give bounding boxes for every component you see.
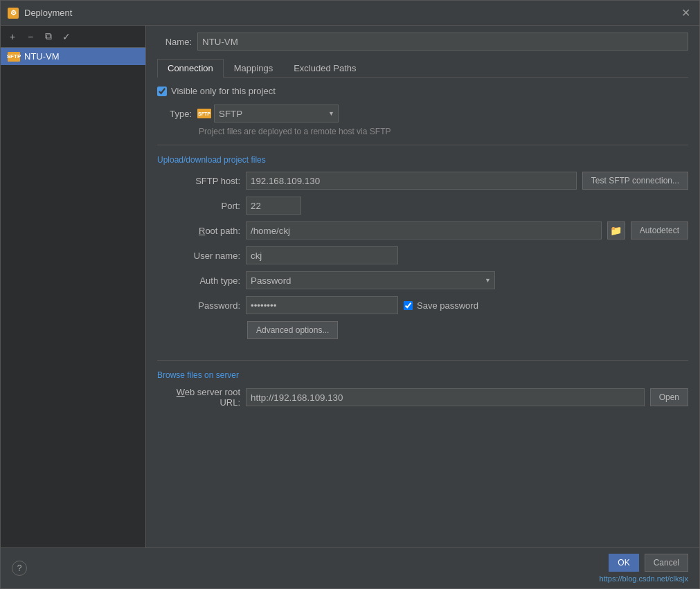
open-button[interactable]: Open (650, 388, 688, 406)
add-button[interactable]: + (5, 29, 20, 44)
sidebar: + − ⧉ ✓ SFTP NTU-VM (1, 26, 146, 547)
auth-type-select-wrapper: Password Key pair OpenSSH config and aut… (246, 271, 495, 289)
footer-left: ? (12, 561, 27, 576)
ok-button[interactable]: OK (609, 554, 638, 572)
type-row: Type: SFTP SFTP (157, 105, 688, 123)
save-password-label: Save password (417, 300, 478, 311)
port-input[interactable] (246, 197, 301, 215)
username-input[interactable] (246, 246, 398, 264)
advanced-options-row: Advanced options... (247, 321, 688, 339)
right-panel: Name: Connection Mappings Excluded Paths… (146, 26, 699, 547)
help-button[interactable]: ? (12, 561, 27, 576)
tab-mappings[interactable]: Mappings (224, 59, 283, 77)
password-row: Password: Save password (157, 296, 688, 314)
username-label: User name: (157, 251, 240, 261)
visible-only-checkbox[interactable] (157, 87, 167, 96)
auth-type-row: Auth type: Password Key pair OpenSSH con… (157, 271, 688, 289)
tabs: Connection Mappings Excluded Paths (157, 59, 688, 78)
port-label: Port: (157, 201, 240, 211)
confirm-button[interactable]: ✓ (59, 29, 74, 44)
browse-folder-button[interactable]: 📁 (607, 221, 625, 239)
sidebar-item-ntu-vm[interactable]: SFTP NTU-VM (1, 48, 145, 65)
browse-section-title: Browse files on server (157, 370, 688, 380)
copy-button[interactable]: ⧉ (41, 29, 56, 44)
dialog-footer: ? OK Cancel https://blog.csdn.net/clksjx (1, 547, 699, 588)
footer-link[interactable]: https://blog.csdn.net/clksjx (600, 574, 688, 583)
title-bar: ⚙ Deployment ✕ (1, 1, 699, 26)
save-password-row: Save password (404, 300, 478, 311)
port-row: Port: (157, 197, 688, 215)
test-sftp-button[interactable]: Test SFTP connection... (582, 172, 688, 190)
sidebar-item-label: NTU-VM (24, 51, 60, 62)
upload-section: Upload/download project files SFTP host:… (157, 145, 688, 350)
type-sftp-icon: SFTP (197, 109, 211, 118)
deployment-dialog: ⚙ Deployment ✕ + − ⧉ ✓ SFTP NTU-VM Name: (0, 0, 700, 589)
type-select[interactable]: SFTP (214, 105, 339, 123)
sftp-host-row: SFTP host: Test SFTP connection... (157, 172, 688, 190)
dialog-title: Deployment (24, 8, 679, 18)
footer-right: OK Cancel https://blog.csdn.net/clksjx (600, 554, 688, 583)
cancel-button[interactable]: Cancel (645, 554, 688, 572)
visible-only-label: Visible only for this project (171, 86, 276, 96)
close-button[interactable]: ✕ (679, 6, 692, 20)
tab-connection[interactable]: Connection (157, 59, 224, 78)
name-row: Name: (157, 33, 688, 51)
password-label: Password: (157, 300, 240, 311)
root-path-label: Root path: (157, 226, 240, 236)
web-server-url-input[interactable] (246, 388, 645, 406)
username-row: User name: (157, 246, 688, 264)
sftp-host-label: SFTP host: (157, 176, 240, 186)
auth-type-select[interactable]: Password Key pair OpenSSH config and aut… (246, 271, 495, 289)
type-select-wrapper: SFTP (214, 105, 339, 123)
name-label: Name: (157, 37, 192, 47)
type-label: Type: (157, 109, 192, 119)
auth-type-label: Auth type: (157, 275, 240, 286)
root-path-input[interactable] (246, 221, 602, 239)
main-content: + − ⧉ ✓ SFTP NTU-VM Name: Connection Map… (1, 26, 699, 547)
sftp-icon: SFTP (8, 52, 20, 62)
web-server-url-row: Web server root URL: Open (157, 387, 688, 408)
password-input[interactable] (246, 296, 398, 314)
advanced-options-button[interactable]: Advanced options... (247, 321, 338, 339)
web-server-url-label: Web server root URL: (157, 387, 240, 408)
app-icon: ⚙ (8, 8, 19, 19)
remove-button[interactable]: − (23, 29, 38, 44)
tab-excluded-paths[interactable]: Excluded Paths (283, 59, 366, 77)
save-password-checkbox[interactable] (404, 301, 413, 310)
browse-section: Browse files on server Web server root U… (157, 360, 688, 415)
visible-only-row: Visible only for this project (157, 86, 688, 96)
root-path-row: Root path: 📁 Autodetect (157, 221, 688, 239)
helper-text: Project files are deployed to a remote h… (199, 127, 688, 136)
upload-section-title: Upload/download project files (157, 155, 688, 165)
name-input[interactable] (197, 33, 688, 51)
sidebar-toolbar: + − ⧉ ✓ (1, 26, 145, 48)
autodetect-button[interactable]: Autodetect (631, 221, 688, 239)
footer-buttons: OK Cancel (609, 554, 688, 572)
sftp-host-input[interactable] (246, 172, 577, 190)
